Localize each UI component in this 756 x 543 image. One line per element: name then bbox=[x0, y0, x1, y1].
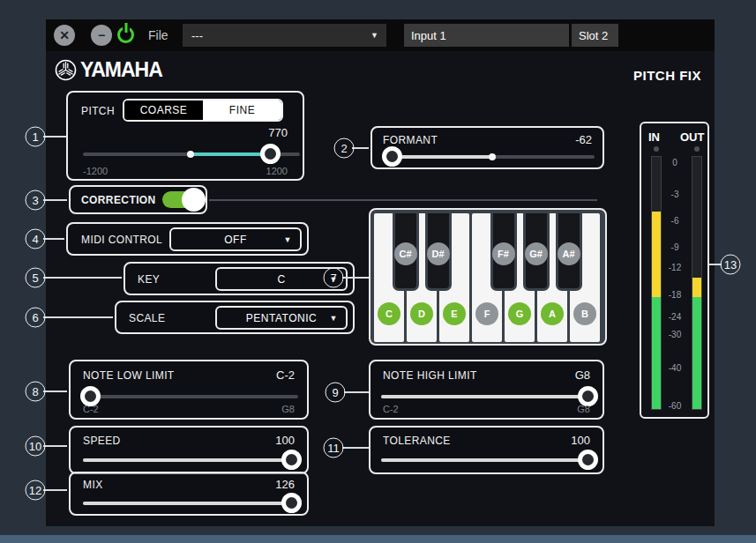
brand: YAMAHA bbox=[55, 58, 162, 82]
note-high-limit-min-label: C-2 bbox=[383, 404, 399, 414]
note-circle-F#[interactable]: F# bbox=[492, 242, 515, 265]
formant-label: FORMANT bbox=[383, 134, 438, 146]
pitch-slider-track[interactable] bbox=[83, 152, 300, 156]
midi-control-panel: MIDI CONTROL OFF ▼ bbox=[66, 222, 309, 256]
close-button[interactable]: ✕ bbox=[54, 25, 75, 46]
power-button[interactable] bbox=[117, 26, 134, 43]
note-circle-G#[interactable]: G# bbox=[525, 242, 548, 265]
mix-slider-thumb[interactable] bbox=[281, 493, 302, 513]
callout-line-3 bbox=[43, 199, 67, 201]
db-tick-label: -40 bbox=[660, 363, 690, 373]
fine-button[interactable]: FINE bbox=[203, 100, 281, 120]
tolerance-slider-fill bbox=[381, 458, 588, 462]
note-circle-F[interactable]: F bbox=[475, 302, 498, 325]
callout-line-6 bbox=[43, 316, 113, 318]
note-high-limit-label: NOTE HIGH LIMIT bbox=[383, 369, 477, 382]
bottom-strip bbox=[0, 535, 756, 543]
note-high-limit-slider-track[interactable] bbox=[381, 395, 595, 398]
formant-slider-fill bbox=[392, 155, 492, 159]
chevron-down-icon: ▼ bbox=[284, 235, 292, 244]
tolerance-slider-track[interactable] bbox=[381, 458, 595, 462]
formant-slider-track[interactable] bbox=[383, 155, 595, 159]
db-tick-label: -9 bbox=[660, 242, 690, 252]
speed-panel: SPEED 100 bbox=[69, 426, 309, 474]
note-circle-C#[interactable]: C# bbox=[394, 242, 417, 265]
note-low-limit-value: C-2 bbox=[276, 368, 295, 382]
midi-control-dropdown[interactable]: OFF ▼ bbox=[169, 227, 302, 251]
callout-line-8 bbox=[43, 391, 67, 392]
note-circle-D#[interactable]: D# bbox=[427, 242, 450, 265]
callout-6: 6 bbox=[26, 308, 46, 328]
note-circle-D[interactable]: D bbox=[410, 302, 433, 325]
callout-line-10 bbox=[43, 445, 67, 447]
speed-slider-track[interactable] bbox=[83, 458, 298, 462]
brand-name: YAMAHA bbox=[80, 57, 162, 82]
meter-out-label: OUT bbox=[680, 130, 704, 144]
mix-panel: MIX 126 bbox=[69, 472, 309, 516]
formant-slider-thumb[interactable] bbox=[382, 146, 402, 167]
scale-panel: SCALE PENTATONIC ▼ bbox=[115, 301, 355, 334]
pitch-slider-fill bbox=[191, 152, 271, 156]
note-circle-B[interactable]: B bbox=[573, 302, 596, 325]
correction-toggle-knob[interactable] bbox=[182, 188, 206, 212]
power-icon bbox=[124, 23, 127, 33]
key-label: KEY bbox=[138, 273, 160, 286]
note-high-limit-value: G8 bbox=[575, 368, 590, 382]
plugin-title: PITCH FIX bbox=[633, 68, 701, 83]
pitch-slider-thumb[interactable] bbox=[260, 144, 281, 164]
mix-value: 126 bbox=[275, 478, 295, 491]
mix-label: MIX bbox=[83, 479, 103, 491]
db-tick-label: -6 bbox=[660, 216, 690, 226]
note-low-limit-slider-track[interactable] bbox=[83, 395, 298, 398]
meter-in-label: IN bbox=[648, 130, 660, 144]
callout-line-5 bbox=[43, 277, 122, 279]
correction-label: CORRECTION bbox=[81, 194, 156, 206]
db-tick-label: -18 bbox=[660, 290, 690, 300]
note-circle-A[interactable]: A bbox=[541, 302, 564, 325]
correction-panel: CORRECTION bbox=[69, 185, 207, 214]
input-name-field[interactable]: Input 1 bbox=[404, 24, 569, 47]
pitch-min-label: -1200 bbox=[83, 166, 108, 176]
tolerance-slider-thumb[interactable] bbox=[578, 450, 598, 470]
meter-panel: IN OUT 0-3-6-9-12-18-24-30-40-60 bbox=[640, 122, 709, 419]
speed-slider-thumb[interactable] bbox=[281, 450, 302, 470]
file-dropdown-value: --- bbox=[191, 29, 203, 42]
slot-field[interactable]: Slot 2 bbox=[572, 24, 618, 47]
note-circle-E[interactable]: E bbox=[443, 302, 466, 325]
db-tick-label: 0 bbox=[660, 158, 690, 167]
formant-panel: FORMANT -62 bbox=[371, 126, 604, 169]
yamaha-logo-icon bbox=[55, 59, 77, 81]
correction-toggle[interactable] bbox=[162, 191, 202, 208]
callout-8: 8 bbox=[26, 382, 46, 402]
file-dropdown[interactable]: --- ▼ bbox=[183, 24, 386, 47]
scale-dropdown[interactable]: PENTATONIC ▼ bbox=[215, 306, 348, 330]
note-circle-C[interactable]: C bbox=[378, 302, 400, 325]
callout-12: 12 bbox=[26, 480, 46, 501]
note-circle-A#[interactable]: A# bbox=[558, 242, 580, 265]
midi-control-value: OFF bbox=[224, 234, 247, 246]
pitch-mode-switch: COARSE FINE bbox=[123, 99, 283, 122]
note-high-limit-slider-fill bbox=[381, 395, 588, 398]
keyboard-panel: CDEFGABC#D#F#G#A# bbox=[369, 208, 607, 346]
speed-slider-fill bbox=[83, 458, 292, 462]
callout-line-9 bbox=[344, 391, 369, 393]
plugin-body: YAMAHA PITCH FIX PITCH COARSE FINE 770 -… bbox=[46, 51, 715, 526]
scale-value: PENTATONIC bbox=[246, 312, 317, 324]
note-high-limit-max-label: G8 bbox=[577, 404, 590, 414]
speed-value: 100 bbox=[275, 434, 295, 447]
close-icon: ✕ bbox=[59, 28, 70, 42]
note-high-limit-panel: NOTE HIGH LIMIT G8 C-2 G8 bbox=[369, 360, 604, 420]
coarse-button[interactable]: COARSE bbox=[124, 100, 203, 120]
titlebar: ✕ − File --- ▼ Input 1 Slot 2 bbox=[46, 19, 715, 51]
db-tick-label: -12 bbox=[660, 263, 690, 272]
db-tick-label: -30 bbox=[660, 330, 690, 339]
pitch-value: 770 bbox=[268, 126, 288, 139]
minimize-button[interactable]: − bbox=[91, 25, 112, 46]
plugin-window: ✕ − File --- ▼ Input 1 Slot 2 bbox=[46, 19, 715, 526]
note-circle-G[interactable]: G bbox=[508, 302, 531, 325]
tolerance-label: TOLERANCE bbox=[383, 435, 451, 447]
mix-slider-track[interactable] bbox=[83, 502, 298, 505]
out-meter-bar bbox=[692, 157, 701, 409]
callout-13: 13 bbox=[721, 255, 741, 275]
minimize-icon: − bbox=[98, 28, 105, 42]
